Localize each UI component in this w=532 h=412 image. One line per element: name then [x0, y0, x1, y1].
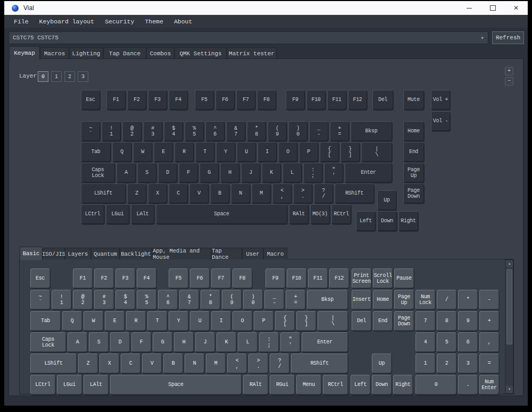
key[interactable]: &7	[179, 290, 199, 309]
key[interactable]: Enter	[302, 332, 348, 352]
key[interactable]: Down	[377, 211, 397, 231]
keycode-scrollbar[interactable]: ▲ ▼	[505, 259, 513, 394]
key[interactable]: H	[220, 163, 239, 182]
key[interactable]: F	[131, 332, 151, 352]
key[interactable]: C	[121, 354, 140, 373]
key[interactable]: V	[189, 183, 209, 203]
key[interactable]: F	[179, 163, 198, 182]
key[interactable]: L	[238, 332, 257, 352]
keycode-tab-user[interactable]: User	[242, 248, 263, 259]
key[interactable]: =	[479, 354, 499, 373]
key[interactable]: Esc	[30, 268, 50, 288]
key[interactable]: Del	[352, 311, 371, 331]
key[interactable]: (9	[268, 121, 287, 141]
key[interactable]: O	[232, 311, 252, 331]
menu-keyboard-layout[interactable]: Keyboard layout	[34, 15, 100, 28]
key[interactable]: )0	[288, 121, 307, 141]
key[interactable]: RAlt	[289, 204, 309, 224]
key[interactable]: _-	[309, 121, 328, 141]
key[interactable]: E	[105, 311, 124, 331]
key[interactable]: !1	[102, 121, 121, 141]
key[interactable]: 3	[458, 354, 478, 373]
key[interactable]: G	[153, 332, 172, 352]
key[interactable]: K	[217, 332, 236, 352]
refresh-button[interactable]: Refresh	[492, 31, 524, 44]
key[interactable]: RCtrl	[323, 375, 348, 394]
scrollbar-up-button[interactable]: ▲	[506, 260, 513, 267]
device-dropdown[interactable]: CSTC75 CSTC75 ▼	[9, 31, 488, 44]
key[interactable]: J	[195, 332, 215, 352]
key[interactable]: F5	[195, 90, 214, 110]
key[interactable]: S	[137, 163, 156, 182]
key[interactable]: X	[148, 183, 167, 203]
key[interactable]: LGui	[106, 204, 129, 224]
key[interactable]: @2	[122, 121, 142, 141]
key[interactable]: Home	[403, 121, 424, 141]
close-button[interactable]: ✕	[504, 1, 528, 15]
key[interactable]: N	[231, 183, 250, 203]
key[interactable]: |\	[361, 142, 392, 162]
key[interactable]: }]	[296, 311, 316, 331]
key[interactable]: ^6	[158, 290, 178, 309]
key[interactable]: LCtrl	[81, 204, 104, 224]
key[interactable]: End	[403, 142, 424, 162]
key[interactable]: +=	[330, 121, 349, 141]
keycode-tab-quantum[interactable]: Quantum	[91, 248, 120, 259]
tab-qmk-settings[interactable]: QMK Settings	[174, 47, 227, 59]
key[interactable]: 1	[415, 354, 435, 373]
key[interactable]: CapsLock	[81, 163, 115, 182]
key[interactable]: @2	[73, 290, 93, 309]
key[interactable]: S	[89, 332, 109, 352]
key[interactable]: #3	[143, 121, 162, 141]
key[interactable]: -	[479, 290, 499, 309]
key[interactable]: <,	[272, 183, 292, 203]
key[interactable]: End	[373, 311, 393, 331]
key[interactable]: W	[84, 311, 103, 331]
key[interactable]: F12	[329, 268, 349, 288]
key[interactable]: P	[254, 311, 273, 331]
key[interactable]: PageDown	[403, 183, 424, 203]
key[interactable]: LGui	[57, 375, 82, 394]
key[interactable]: M	[252, 183, 271, 203]
tab-macros[interactable]: Macros	[40, 47, 69, 59]
key[interactable]: B	[210, 183, 229, 203]
menu-about[interactable]: About	[169, 15, 198, 28]
key[interactable]: Q	[112, 142, 131, 162]
keycode-tab-basic[interactable]: Basic	[20, 247, 43, 260]
key[interactable]: F10	[306, 90, 326, 110]
key[interactable]: ~`	[30, 290, 50, 309]
key[interactable]: F5	[169, 268, 188, 288]
zoom-in-button[interactable]: +	[505, 67, 513, 75]
key[interactable]: ~`	[81, 121, 100, 141]
key[interactable]: J	[241, 163, 260, 182]
key[interactable]: F1	[106, 90, 126, 110]
key[interactable]: %5	[185, 121, 204, 141]
key[interactable]: D	[110, 332, 130, 352]
key[interactable]: F11	[308, 268, 328, 288]
menu-file[interactable]: File	[4, 15, 34, 28]
key[interactable]: Insert	[352, 290, 371, 309]
key[interactable]: NumEnter	[479, 375, 499, 394]
key[interactable]: Vol +	[431, 90, 450, 110]
key[interactable]: C	[169, 183, 188, 203]
layer-button-1[interactable]: 1	[51, 71, 62, 82]
key[interactable]: RAlt	[243, 375, 268, 394]
key[interactable]: PageDown	[394, 311, 414, 331]
key[interactable]: Vol -	[431, 111, 450, 131]
key[interactable]: #3	[94, 290, 114, 309]
key[interactable]: +=	[286, 290, 305, 309]
key[interactable]: {[	[275, 311, 295, 331]
key[interactable]: P	[299, 142, 318, 162]
key[interactable]: !1	[52, 290, 71, 309]
key[interactable]: }]	[340, 142, 360, 162]
scrollbar-down-button[interactable]: ▼	[506, 386, 513, 393]
key[interactable]: ScrollLock	[373, 268, 393, 288]
key[interactable]: M	[206, 354, 226, 373]
key[interactable]: F7	[236, 90, 255, 110]
key[interactable]: U	[190, 311, 210, 331]
key[interactable]: T	[147, 311, 167, 331]
layer-button-3[interactable]: 3	[78, 71, 88, 82]
tab-combos[interactable]: Combos	[146, 47, 174, 59]
key[interactable]: L	[282, 163, 302, 182]
key[interactable]: R	[126, 311, 146, 331]
